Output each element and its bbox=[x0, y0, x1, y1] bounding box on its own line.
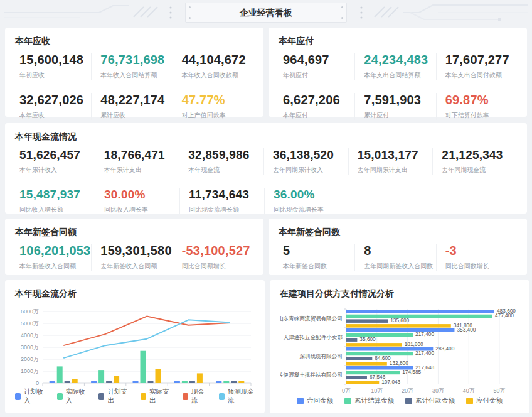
svg-text:0万: 0万 bbox=[342, 387, 351, 394]
bar bbox=[182, 381, 188, 383]
bar bbox=[197, 373, 203, 383]
svg-text:天津通拓五金配件小卖部: 天津通拓五金配件小卖部 bbox=[283, 334, 343, 340]
legend-item[interactable]: 实际收入 bbox=[57, 387, 88, 405]
svg-text:283,400: 283,400 bbox=[435, 345, 454, 352]
legend-label: 累计付款金额 bbox=[415, 396, 455, 405]
payable-metrics-row2: 6,627,206本年应付7,591,903累计应付69.87%对下结算付款率 bbox=[279, 93, 517, 120]
metric-value: 106,201,053 bbox=[19, 244, 91, 258]
legend-item[interactable]: 累计结算金额 bbox=[344, 396, 394, 405]
card-contract-amount: 本年新签合同额 106,201,053本年新签收入合同额159,301,580去… bbox=[5, 219, 263, 275]
metric-label: 本年新签收入合同额 bbox=[19, 262, 91, 271]
metric-label: 累计应付 bbox=[364, 111, 435, 120]
category-axis-layer: 山东青睐商流贸易有限公司天津通拓五金配件小卖部深圳线缆有限公司成都佐伊混凝土搅拌… bbox=[280, 309, 346, 384]
page-title: 企业经营看板 bbox=[240, 8, 292, 18]
bar bbox=[346, 362, 387, 366]
legend-swatch bbox=[15, 393, 21, 400]
grid-layer: 01000万2000万3000万4000万5000万6000万 bbox=[21, 308, 251, 386]
corner-dot bbox=[189, 17, 191, 19]
metric-value: 36.00% bbox=[274, 188, 349, 202]
dashboard-page: 企业经营看板 本年应收 15,600,148年初应收76,731,698本年收入… bbox=[0, 0, 532, 417]
legend-swatch bbox=[183, 393, 188, 400]
metric-label: 本年应收 bbox=[19, 111, 91, 120]
metric-value: 24,234,483 bbox=[364, 53, 435, 67]
svg-text:217,400: 217,400 bbox=[415, 350, 434, 356]
cashflow-chart-title: 本年现金流分析 bbox=[15, 288, 255, 300]
bar bbox=[50, 381, 55, 383]
legend-item[interactable]: 计划收入 bbox=[15, 387, 46, 405]
svg-text:107,043: 107,043 bbox=[381, 379, 400, 385]
legend-item[interactable]: 预测现金流 bbox=[219, 387, 255, 405]
metric-label: 去年同期新签收入合同数 bbox=[364, 262, 435, 271]
metric: 159,301,580去年新签收入合同额 bbox=[91, 244, 172, 271]
metric-value: 15,013,177 bbox=[358, 148, 433, 162]
svg-text:0: 0 bbox=[36, 380, 39, 386]
payable-metrics-row1: 964,697年初应付24,234,483本年支出合同结算额17,607,277… bbox=[279, 53, 517, 80]
legend-item[interactable]: 现金流 bbox=[183, 387, 208, 405]
bar bbox=[98, 370, 104, 383]
bar bbox=[238, 381, 244, 383]
metric-value: -3 bbox=[445, 244, 517, 258]
card-contract-count: 本年新签合同数 5本年新签合同数8去年同期新签收入合同数-3同比合同数增长 bbox=[269, 219, 527, 275]
metric: 32,859,986本年现金流 bbox=[179, 148, 263, 175]
svg-text:135,600: 135,600 bbox=[390, 317, 409, 323]
legend-item[interactable]: 应付金额 bbox=[466, 396, 503, 405]
bar bbox=[189, 381, 195, 383]
svg-text:35,600: 35,600 bbox=[359, 336, 376, 342]
bar bbox=[114, 376, 119, 383]
metric-value: 47.77% bbox=[182, 93, 253, 107]
legend-label: 累计结算金额 bbox=[354, 396, 394, 405]
legend-swatch bbox=[98, 393, 104, 400]
metric: 15,487,937同比收入增长额 bbox=[15, 188, 95, 214]
svg-text:深圳线缆有限公司: 深圳线缆有限公司 bbox=[299, 353, 343, 359]
legend-item[interactable]: 合同金额 bbox=[297, 396, 333, 405]
card-cashflow-summary: 本年现金流情况 51,626,457本年累计收入18,766,471本年累计支出… bbox=[5, 123, 527, 214]
bar bbox=[133, 381, 139, 383]
metric-label: 同比收入增长率 bbox=[104, 205, 179, 214]
metric: 76,731,698本年收入合同结算额 bbox=[91, 53, 172, 80]
metric-label: 年初应付 bbox=[283, 71, 354, 80]
metric-label: 去年同期累计收入 bbox=[273, 166, 348, 175]
legend-label: 合同金额 bbox=[307, 396, 333, 405]
kpi-row-1: 本年应收 15,600,148年初应收76,731,698本年收入合同结算额44… bbox=[5, 28, 527, 117]
metric: 51,626,457本年累计收入 bbox=[15, 148, 95, 175]
svg-text:山东青睐商流贸易有限公司: 山东青睐商流贸易有限公司 bbox=[280, 315, 343, 322]
legend-item[interactable]: 累计付款金额 bbox=[405, 396, 455, 405]
card-cashflow-title: 本年现金流情况 bbox=[15, 131, 517, 143]
legend-swatch bbox=[466, 398, 473, 404]
metric-value: 36,138,520 bbox=[273, 148, 348, 162]
card-receivable-title: 本年应收 bbox=[15, 36, 253, 47]
card-payable: 本年应付 964,697年初应付24,234,483本年支出合同结算额17,60… bbox=[269, 28, 527, 117]
svg-text:6000万: 6000万 bbox=[21, 308, 39, 315]
bar bbox=[91, 381, 97, 383]
x-axis-layer: 2022-012022-022022-032022-042022-05 bbox=[43, 383, 251, 386]
metric-label: 对上产值回款率 bbox=[182, 111, 253, 120]
metric: 15,013,177去年同期累计支出 bbox=[348, 148, 433, 175]
legend-item[interactable]: 计划支出 bbox=[98, 387, 129, 405]
metric-label: 同比收入增长额 bbox=[19, 205, 95, 214]
metric: 106,201,053本年新签收入合同额 bbox=[15, 244, 91, 271]
legend-label: 应付金额 bbox=[476, 396, 503, 405]
bar bbox=[72, 379, 78, 383]
svg-text:217,400: 217,400 bbox=[415, 331, 434, 337]
metric-label: 同比合同额增长 bbox=[182, 262, 253, 271]
metric: 30.00%同比收入增长率 bbox=[95, 188, 179, 214]
metric: 69.87%对下结算付款率 bbox=[436, 93, 517, 120]
card-contract-amount-title: 本年新签合同额 bbox=[15, 227, 253, 238]
bar bbox=[174, 381, 180, 383]
legend-swatch bbox=[297, 398, 304, 404]
bar bbox=[346, 319, 388, 323]
metric-value: 5 bbox=[283, 244, 354, 258]
metric-value: 7,591,903 bbox=[364, 93, 435, 107]
metric-label: 同比现金流增长额 bbox=[189, 205, 264, 214]
metric: 964,697年初应付 bbox=[279, 53, 354, 80]
bar bbox=[346, 343, 402, 347]
metric-label: 本年累计收入 bbox=[19, 166, 95, 175]
legend-label: 实际支出 bbox=[149, 387, 171, 405]
legend-item[interactable]: 实际支出 bbox=[141, 387, 171, 405]
contract-amount-metrics: 106,201,053本年新签收入合同额159,301,580去年新签收入合同额… bbox=[15, 244, 253, 271]
metric: 32,627,026本年应收 bbox=[15, 93, 91, 120]
metric-value: 11,734,643 bbox=[189, 188, 264, 202]
svg-text:174,585: 174,585 bbox=[402, 369, 421, 375]
metric-value: -53,100,527 bbox=[182, 244, 253, 258]
cashflow-combo-chart: 01000万2000万3000万4000万5000万6000万2022-0120… bbox=[15, 305, 255, 386]
